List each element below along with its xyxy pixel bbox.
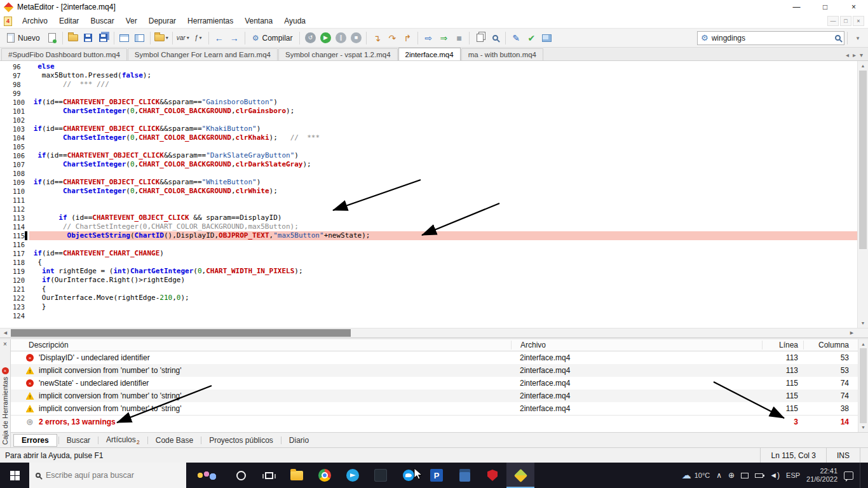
code-line[interactable]: 122 OurInterface.Move(rightEdge-210,0);: [0, 294, 857, 302]
language-indicator[interactable]: ESP: [786, 471, 800, 479]
code-line[interactable]: 109 if(id==CHARTEVENT_OBJECT_CLICK&&spar…: [0, 178, 857, 187]
new-button[interactable]: Nuevo: [3, 32, 44, 44]
error-row[interactable]: ×'newState' - undeclared identifier2inte…: [11, 377, 858, 390]
display-icon[interactable]: [741, 473, 749, 478]
code-line[interactable]: 118 {: [0, 258, 857, 267]
scroll-track[interactable]: [858, 71, 868, 318]
debug-restart-button[interactable]: ↺: [302, 30, 318, 46]
column-header-file[interactable]: Archivo: [511, 341, 762, 349]
battery-icon[interactable]: [755, 473, 763, 478]
scroll-thumb[interactable]: [11, 329, 351, 337]
code-line[interactable]: 112: [0, 205, 857, 214]
taskbar-security[interactable]: [478, 463, 506, 488]
profiles-button[interactable]: ▾: [153, 30, 170, 46]
save-button[interactable]: [81, 30, 96, 46]
error-row[interactable]: !implicit conversion from 'number' to 's…: [11, 364, 858, 377]
menu-item-editar[interactable]: Editar: [53, 17, 85, 25]
file-tab[interactable]: 2interface.mq4: [398, 48, 461, 60]
code-line[interactable]: 107 ChartSetInteger(0,CHART_COLOR_BACKGR…: [0, 160, 857, 169]
step-into-button[interactable]: ↴: [369, 30, 384, 46]
forward-button[interactable]: →: [227, 30, 242, 46]
bottom-tab-code-base[interactable]: Code Base: [149, 434, 200, 447]
open-file-button[interactable]: [65, 30, 81, 46]
code-line[interactable]: 114 // ChartSetInteger(0,CHART_COLOR_BAC…: [0, 222, 857, 231]
menu-item-ventana[interactable]: Ventana: [239, 17, 278, 25]
gear-icon[interactable]: ⚙: [701, 33, 709, 43]
insert-variable-button[interactable]: var▾: [175, 30, 191, 46]
file-tab[interactable]: #SpudFibo Dashboard button.mq4: [1, 48, 127, 60]
scroll-thumb[interactable]: [860, 348, 867, 423]
file-tab[interactable]: ma - with button.mq4: [461, 48, 543, 60]
bottom-tab-diario[interactable]: Diario: [283, 434, 315, 447]
split-vertical-button[interactable]: [117, 30, 132, 46]
back-button[interactable]: ←: [212, 30, 227, 46]
code-line[interactable]: 96 else: [0, 62, 857, 71]
bottom-tab-proyectos-públicos[interactable]: Proyectos públicos: [203, 434, 280, 447]
insert-mode-indicator[interactable]: INS: [826, 448, 860, 463]
split-horizontal-button[interactable]: [132, 30, 147, 46]
tab-scroll-left-icon[interactable]: ◂: [846, 51, 849, 58]
mdi-close-button[interactable]: ×: [853, 16, 864, 26]
close-button[interactable]: ×: [839, 0, 868, 14]
error-row[interactable]: !implicit conversion from 'number' to 's…: [11, 402, 858, 415]
code-line[interactable]: 108: [0, 169, 857, 178]
tab-list-icon[interactable]: ▾: [860, 51, 863, 58]
network-icon[interactable]: ⊕: [728, 471, 735, 480]
taskbar-metaeditor[interactable]: [506, 463, 534, 488]
step-over-button[interactable]: ↷: [384, 30, 400, 46]
panel-vertical-scrollbar[interactable]: ▲ ▼: [858, 339, 868, 432]
code-line[interactable]: 99: [0, 89, 857, 98]
styler-button[interactable]: ✎: [508, 30, 524, 46]
panel-close-icon[interactable]: ×: [3, 341, 7, 348]
code-line[interactable]: 113 if (id==CHARTEVENT_OBJECT_CLICK && s…: [0, 214, 857, 222]
bottom-tab-buscar[interactable]: Buscar: [60, 434, 97, 447]
insert-function-button[interactable]: ƒ▾: [191, 30, 206, 46]
taskbar-search[interactable]: [29, 463, 186, 488]
toolbar-overflow-button[interactable]: ▾: [850, 30, 865, 46]
taskbar-twitter[interactable]: [395, 463, 423, 488]
continue-button[interactable]: ⇒: [436, 30, 451, 46]
code-line[interactable]: 105: [0, 142, 857, 151]
bottom-tab-errores[interactable]: Errores: [13, 434, 57, 447]
taskbar-publisher[interactable]: P: [423, 463, 451, 488]
compile-button[interactable]: ⚙Compilar: [248, 32, 297, 44]
taskbar-calculator[interactable]: [451, 463, 478, 488]
code-line[interactable]: 121 {: [0, 285, 857, 294]
new-template-button[interactable]: [44, 30, 60, 46]
hidden-icons-chevron[interactable]: ∧: [716, 471, 722, 480]
file-tab[interactable]: Symbol Changer For Learn and Earn.mq4: [128, 48, 278, 60]
search-input[interactable]: [712, 34, 832, 43]
code-line[interactable]: 104 ChartSetInteger(0,CHART_COLOR_BACKGR…: [0, 133, 857, 142]
menu-item-ayuda[interactable]: Ayuda: [278, 17, 311, 25]
editor-horizontal-scrollbar[interactable]: ◀ ▶: [0, 328, 868, 337]
taskbar-widgets[interactable]: [186, 463, 227, 488]
scroll-down-icon[interactable]: ▼: [858, 318, 868, 328]
style-check-button[interactable]: ✔: [524, 30, 539, 46]
scroll-up-icon[interactable]: ▲: [858, 61, 868, 71]
editor-vertical-scrollbar[interactable]: ▲ ▼: [857, 61, 868, 328]
break-button[interactable]: ■: [451, 30, 466, 46]
screenshot-button[interactable]: [539, 30, 554, 46]
column-header-description[interactable]: Descripción: [11, 341, 511, 349]
code-line[interactable]: 115 ObjectSetString(ChartID(),DisplayID,…: [0, 231, 857, 240]
debug-start-button[interactable]: ▶: [318, 30, 333, 46]
file-tab[interactable]: Symbol changer - vspat 1.2.mq4: [278, 48, 398, 60]
scroll-up-icon[interactable]: ▲: [858, 339, 868, 349]
scroll-thumb[interactable]: [859, 71, 867, 249]
code-line[interactable]: 106 if(id==CHARTEVENT_OBJECT_CLICK&&spar…: [0, 151, 857, 160]
step-out-button[interactable]: ↱: [400, 30, 415, 46]
scroll-track[interactable]: [11, 329, 846, 337]
notification-icon[interactable]: [844, 471, 853, 480]
taskbar-search-input[interactable]: [46, 471, 180, 480]
menu-item-ver[interactable]: Ver: [120, 17, 143, 25]
minimize-button[interactable]: —: [782, 0, 811, 14]
run-to-cursor-button[interactable]: ⇨: [421, 30, 436, 46]
tab-scroll-right-icon[interactable]: ▸: [853, 51, 856, 58]
weather-widget[interactable]: ☁ 10°C: [682, 470, 710, 481]
code-line[interactable]: 100 if(id==CHARTEVENT_OBJECT_CLICK&&spar…: [0, 98, 857, 107]
debug-pause-button[interactable]: ∥: [333, 30, 348, 46]
code-line[interactable]: 110 ChartSetInteger(0,CHART_COLOR_BACKGR…: [0, 187, 857, 196]
code-line[interactable]: 123 }: [0, 302, 857, 311]
start-button[interactable]: [0, 463, 29, 488]
volume-icon[interactable]: ◄): [770, 471, 780, 480]
